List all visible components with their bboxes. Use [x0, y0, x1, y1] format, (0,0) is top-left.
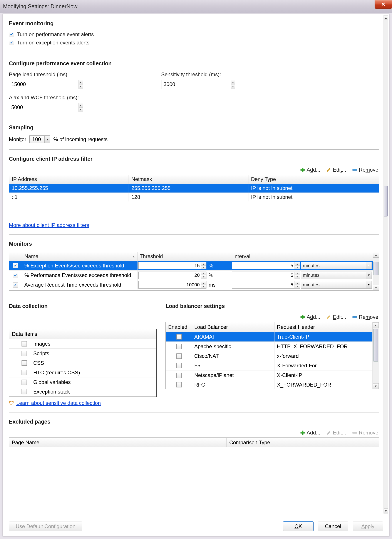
list-item[interactable]: Exception stack	[9, 387, 156, 397]
scroll-thumb[interactable]	[384, 186, 388, 217]
col-rh[interactable]: Request Header	[275, 322, 373, 332]
scroll-down-icon[interactable]: ▼	[384, 509, 388, 513]
col-netmask[interactable]: Netmask	[129, 175, 248, 183]
scroll-track[interactable]	[384, 20, 388, 508]
table-row[interactable]: F5X-Forwarded-For	[166, 361, 379, 370]
spin-up-icon[interactable]: ▲	[295, 262, 300, 266]
col-interval[interactable]: Interval	[231, 252, 373, 261]
spin-down-icon[interactable]: ▼	[201, 275, 206, 279]
col-page-name[interactable]: Page Name	[9, 438, 227, 447]
list-item[interactable]: HTC (requires CSS)	[9, 368, 156, 377]
ip-add-button[interactable]: Add...	[300, 167, 321, 173]
col-ip[interactable]: IP Address	[9, 175, 129, 183]
checkbox[interactable]	[22, 361, 27, 366]
cancel-button[interactable]: Cancel	[318, 522, 348, 531]
col-deny[interactable]: Deny Type	[248, 175, 379, 183]
checkbox[interactable]	[22, 389, 27, 395]
spin-up-icon[interactable]: ▲	[79, 103, 83, 108]
checkbox[interactable]	[22, 351, 27, 356]
table-row[interactable]: Netscape/iPlanetX-Client-IP	[166, 370, 379, 380]
spin-down-icon[interactable]: ▼	[295, 275, 300, 279]
col-enabled[interactable]: Enabled	[166, 322, 192, 332]
table-row[interactable]: Apache-specificHTTP_X_FORWARDED_FOR	[166, 342, 379, 351]
interval-input[interactable]	[232, 262, 295, 269]
page-load-input[interactable]	[9, 80, 79, 89]
page-load-spinner[interactable]: ▲▼	[9, 80, 83, 89]
ip-filter-link[interactable]: More about client IP address filters	[9, 222, 89, 228]
spin-down-icon[interactable]: ▼	[79, 85, 83, 89]
scroll-down-icon[interactable]: ▼	[373, 383, 379, 389]
checkbox[interactable]	[22, 380, 27, 385]
chevron-down-icon[interactable]: ▼	[366, 281, 372, 288]
checkbox[interactable]	[22, 370, 27, 375]
lb-scrollbar[interactable]: ▲ ▼	[373, 322, 379, 389]
checkbox[interactable]	[176, 373, 182, 378]
lb-table[interactable]: Enabled Load Balancer Request Header AKA…	[165, 322, 379, 389]
interval-spinner[interactable]: ▲▼	[232, 272, 300, 279]
threshold-spinner[interactable]: ▲▼	[138, 262, 206, 270]
col-threshold[interactable]: Threshold	[137, 252, 231, 261]
interval-input[interactable]	[232, 272, 295, 279]
threshold-input[interactable]	[139, 272, 201, 279]
interval-spinner[interactable]: ▲▼	[232, 262, 300, 270]
interval-unit-dropdown[interactable]: minutes▼	[301, 281, 372, 289]
lb-remove-button[interactable]: Remove	[352, 314, 378, 320]
spin-up-icon[interactable]: ▲	[295, 281, 300, 285]
perf-alerts-checkbox[interactable]	[9, 32, 14, 37]
checkbox[interactable]	[176, 363, 182, 368]
row-check[interactable]	[9, 280, 22, 289]
interval-input[interactable]	[232, 281, 295, 288]
row-check[interactable]	[9, 261, 22, 270]
titlebar[interactable]: Modifying Settings: DinnerNow ✕	[0, 0, 392, 13]
spin-up-icon[interactable]: ▲	[201, 272, 206, 275]
scroll-thumb[interactable]	[373, 329, 378, 361]
checkbox[interactable]	[176, 353, 182, 359]
table-row[interactable]: AKAMAITrue-Client-IP	[166, 332, 379, 342]
window-scrollbar[interactable]: ▲ ▼	[383, 15, 388, 514]
spin-up-icon[interactable]: ▲	[79, 80, 83, 85]
ip-remove-button[interactable]: Remove	[352, 167, 378, 173]
threshold-spinner[interactable]: ▲▼	[138, 281, 206, 289]
spin-down-icon[interactable]: ▼	[295, 266, 300, 269]
table-row[interactable]: Average Request Time exceeds threshold ▲…	[9, 280, 379, 289]
checkbox[interactable]	[13, 263, 18, 268]
threshold-spinner[interactable]: ▲▼	[138, 272, 206, 279]
chevron-down-icon[interactable]: ▼	[366, 272, 372, 279]
sensitivity-input[interactable]	[161, 80, 231, 89]
table-row[interactable]: % Performance Events/sec exceeds thresho…	[9, 270, 379, 280]
threshold-input[interactable]	[139, 281, 201, 288]
checkbox[interactable]	[176, 382, 182, 387]
checkbox[interactable]	[13, 273, 18, 278]
checkbox[interactable]	[22, 341, 27, 346]
spin-up-icon[interactable]: ▲	[231, 80, 235, 85]
spin-up-icon[interactable]: ▲	[201, 281, 206, 285]
interval-spinner[interactable]: ▲▼	[232, 281, 300, 289]
spin-up-icon[interactable]: ▲	[201, 262, 206, 266]
enabled-cell[interactable]	[166, 371, 192, 380]
threshold-input[interactable]	[139, 262, 201, 269]
enabled-cell[interactable]	[166, 332, 192, 342]
enabled-cell[interactable]	[166, 361, 192, 370]
chevron-down-icon[interactable]: ▼	[44, 136, 50, 143]
close-button[interactable]: ✕	[375, 0, 392, 9]
ajax-input[interactable]	[9, 103, 79, 112]
col-comparison[interactable]: Comparison Type	[227, 438, 379, 447]
spin-down-icon[interactable]: ▼	[295, 285, 300, 288]
spin-down-icon[interactable]: ▼	[201, 285, 206, 288]
checkbox[interactable]	[176, 334, 182, 340]
list-item[interactable]: Images	[9, 339, 156, 349]
monitor-dropdown[interactable]: 100 ▼	[29, 135, 50, 143]
interval-unit-dropdown[interactable]: minutes▼	[301, 272, 372, 279]
spin-down-icon[interactable]: ▼	[201, 266, 206, 269]
checkbox[interactable]	[176, 344, 182, 349]
spin-up-icon[interactable]: ▲	[295, 272, 300, 275]
chevron-down-icon[interactable]: ▼	[366, 262, 372, 269]
lb-edit-button[interactable]: Edit...	[326, 314, 346, 320]
scroll-up-icon[interactable]: ▲	[373, 322, 379, 328]
excluded-table[interactable]: Page Name Comparison Type	[9, 438, 379, 466]
ajax-spinner[interactable]: ▲▼	[9, 103, 83, 112]
table-row[interactable]: Cisco/NATx-forward	[166, 351, 379, 361]
ip-edit-button[interactable]: Edit...	[326, 167, 346, 173]
ex-add-button[interactable]: Add...	[300, 430, 321, 436]
monitors-table[interactable]: Name▲ Threshold Interval % Exception Eve…	[9, 252, 379, 290]
